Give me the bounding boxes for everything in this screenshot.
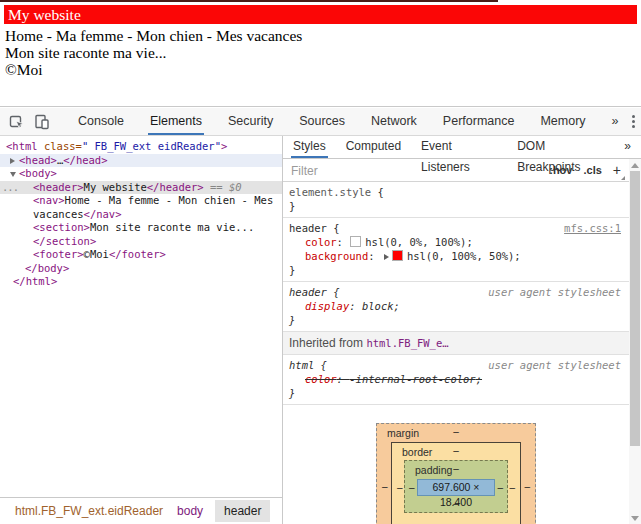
color-swatch-icon[interactable] xyxy=(350,236,361,247)
tab-console[interactable]: Console xyxy=(65,108,137,135)
border-bottom-value[interactable]: – xyxy=(453,519,459,524)
tab-performance[interactable]: Performance xyxy=(430,108,528,135)
scrollbar-thumb[interactable] xyxy=(630,171,640,446)
css-selector[interactable]: header xyxy=(289,286,327,298)
style-rules: element.style {}mfs.css:1header {color: … xyxy=(283,182,629,524)
css-property-name[interactable]: background xyxy=(305,250,368,262)
code-token-tag: </head> xyxy=(63,154,107,166)
rendered-page: My website Home - Ma femme - Mon chien -… xyxy=(0,2,641,106)
css-property-value[interactable]: block xyxy=(362,300,394,312)
css-rule: mfs.css:1header {color: hsl(0, 0%, 100%)… xyxy=(283,218,629,282)
margin-label: margin xyxy=(387,426,419,440)
dom-tree-row[interactable]: </html> xyxy=(0,275,282,289)
css-property-name[interactable]: color xyxy=(305,236,337,248)
css-declaration[interactable]: color: hsl(0, 0%, 100%); xyxy=(289,235,623,249)
code-token-tag: </html> xyxy=(13,275,57,287)
scroll-down-icon[interactable] xyxy=(629,512,641,524)
dom-tree-row[interactable]: <footer>©Moi</footer> xyxy=(0,248,282,262)
new-style-rule-button[interactable]: + xyxy=(613,162,621,178)
tab-security[interactable]: Security xyxy=(215,108,286,135)
inherited-node-link[interactable]: html.FB_FW_e… xyxy=(366,337,448,349)
box-model-border[interactable]: border – – – – padding – – – xyxy=(391,442,521,524)
dom-tree-row[interactable]: <section>Mon site raconte ma vie... xyxy=(0,221,282,235)
dom-tree-row[interactable]: <html class=" FB_FW_ext eidReader"> xyxy=(0,140,282,154)
devtools-toolbar: Console Elements Security Sources Networ… xyxy=(0,108,641,136)
tab-event-listeners[interactable]: Event Listeners xyxy=(411,136,507,158)
toggle-hover-state-button[interactable]: :hov xyxy=(549,164,572,176)
box-model-content[interactable]: 697.600 × 18.400 xyxy=(417,479,495,496)
css-selector[interactable]: html xyxy=(289,359,314,371)
breadcrumb-body[interactable]: body xyxy=(171,500,211,522)
tab-computed[interactable]: Computed xyxy=(336,136,411,158)
dom-tree-row[interactable]: </section> xyxy=(0,235,282,249)
css-property-value[interactable]: hsl(0, 0%, 100%) xyxy=(365,236,466,248)
chevron-right-icon[interactable] xyxy=(10,158,15,164)
tab-styles[interactable]: Styles xyxy=(283,136,336,158)
border-left-value[interactable]: – xyxy=(397,482,403,494)
device-toolbar-icon[interactable] xyxy=(34,113,50,131)
scroll-up-icon[interactable] xyxy=(629,159,641,171)
tab-network[interactable]: Network xyxy=(358,108,430,135)
dom-tree-row[interactable]: ...<header>My website</header> == $0 xyxy=(0,181,282,195)
code-token-attr: class= xyxy=(38,140,82,152)
css-property-value[interactable]: hsl(0, 100%, 50%) xyxy=(407,250,514,262)
styles-filter-input[interactable] xyxy=(289,161,523,180)
dom-tree-row[interactable]: vacances</nav> xyxy=(0,208,282,222)
css-rule: element.style {} xyxy=(283,182,629,218)
chevron-down-icon[interactable] xyxy=(10,172,16,177)
color-swatch-icon[interactable] xyxy=(392,250,403,261)
padding-label: padding xyxy=(415,463,452,477)
border-top-value[interactable]: – xyxy=(453,445,459,457)
dom-tree-row[interactable]: <nav>Home - Ma femme - Mon chien - Mes xyxy=(0,194,282,208)
code-token-tag: </section> xyxy=(33,235,96,247)
breadcrumb: html.FB_FW_ext.eidReader body header xyxy=(0,497,282,524)
css-selector[interactable]: element.style xyxy=(289,186,371,198)
code-token-tag: <footer> xyxy=(33,248,84,260)
css-property-value[interactable]: -internal-root-color xyxy=(349,373,475,385)
breadcrumb-header[interactable]: header xyxy=(215,500,270,522)
padding-right-value[interactable]: – xyxy=(497,482,503,494)
page-nav-text: Home - Ma femme - Mon chien - Mes vacanc… xyxy=(5,27,302,45)
padding-top-value[interactable]: – xyxy=(453,463,459,475)
dom-tree-row[interactable]: </body> xyxy=(0,262,282,276)
css-declaration[interactable]: display: block; xyxy=(289,299,623,313)
tab-sources[interactable]: Sources xyxy=(286,108,358,135)
devtools-panel: Console Elements Security Sources Networ… xyxy=(0,106,641,524)
margin-left-value[interactable]: – xyxy=(382,481,388,493)
border-right-value[interactable]: – xyxy=(509,482,515,494)
margin-top-value[interactable]: – xyxy=(453,426,459,438)
stylesheet-origin-label: user agent stylesheet xyxy=(488,285,621,299)
dom-tree-row[interactable]: <body> xyxy=(0,167,282,181)
css-declaration[interactable]: background: hsl(0, 100%, 50%); xyxy=(289,249,623,263)
screenshot-root: My website Home - Ma femme - Mon chien -… xyxy=(0,0,641,524)
more-tabs-chevron[interactable]: » xyxy=(599,108,632,135)
toggle-classes-button[interactable]: .cls xyxy=(583,164,601,176)
devtools-menu-icon[interactable] xyxy=(632,115,635,128)
padding-left-value[interactable]: – xyxy=(409,482,415,494)
css-property-name[interactable]: color xyxy=(305,373,337,385)
expand-value-icon[interactable] xyxy=(384,254,389,260)
dom-tree: <html class=" FB_FW_ext eidReader"><head… xyxy=(0,136,282,497)
elements-panel: <html class=" FB_FW_ext eidReader"><head… xyxy=(0,136,283,524)
inspect-element-icon[interactable] xyxy=(9,113,25,131)
stylesheet-source-link[interactable]: mfs.css:1 xyxy=(564,221,621,235)
code-token-tag: <section> xyxy=(33,221,90,233)
box-model-padding[interactable]: padding – – – – 697.600 × 18.400 xyxy=(404,460,508,513)
code-token-tag: </body> xyxy=(25,262,69,274)
dom-tree-row[interactable]: <head>…</head> xyxy=(0,154,282,168)
box-model-margin[interactable]: margin – – – border – – – – xyxy=(376,423,536,524)
sidebar-more-tabs-chevron[interactable]: » xyxy=(614,136,641,158)
code-token-tag: </footer> xyxy=(109,248,166,260)
styles-filter-bar: :hov .cls + xyxy=(283,159,629,182)
tab-elements[interactable]: Elements xyxy=(137,108,215,135)
css-declaration[interactable]: color: -internal-root-color; xyxy=(289,372,623,386)
margin-right-value[interactable]: – xyxy=(524,481,530,493)
css-property-name[interactable]: display xyxy=(305,300,349,312)
tab-memory[interactable]: Memory xyxy=(527,108,598,135)
styles-scrollbar[interactable] xyxy=(629,159,641,524)
code-token-tag: <header> xyxy=(33,181,84,193)
tab-dom-breakpoints[interactable]: DOM Breakpoints xyxy=(507,136,614,158)
tree-row-overflow-dots[interactable]: ... xyxy=(2,181,18,195)
css-selector[interactable]: header xyxy=(289,222,327,234)
breadcrumb-html[interactable]: html.FB_FW_ext.eidReader xyxy=(15,500,171,522)
